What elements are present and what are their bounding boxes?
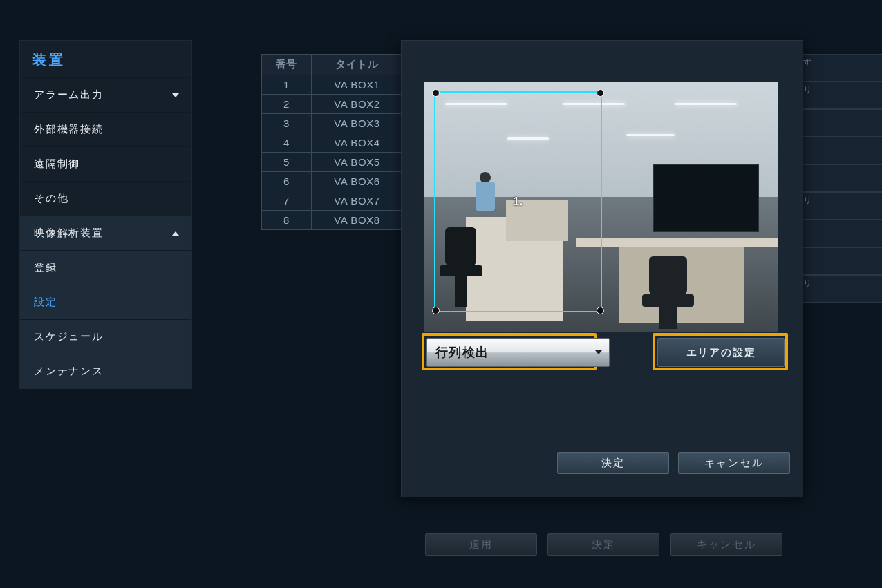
area-settings-button[interactable]: エリアの設定 <box>657 338 785 367</box>
sidebar-item-label: メンテナンス <box>34 365 104 377</box>
camera-preview[interactable]: 1. <box>424 82 778 332</box>
chevron-up-icon <box>172 231 179 236</box>
sidebar-title: 装置 <box>20 41 191 77</box>
detection-type-select[interactable]: 行列検出 <box>426 338 610 367</box>
sidebar-subitem-schedule[interactable]: スケジュール <box>20 319 191 354</box>
region-label: 1. <box>513 196 523 208</box>
sidebar-subitem-settings[interactable]: 設定 <box>20 285 191 319</box>
chevron-down-icon <box>595 350 602 354</box>
button-label: 適用 <box>469 538 493 551</box>
device-list-table: 番号 タイトル 1VA BOX1 2VA BOX2 3VA BOX3 4VA B… <box>261 54 403 230</box>
sidebar-subitem-register[interactable]: 登録 <box>20 250 191 285</box>
sidebar-item-alarm-output[interactable]: アラーム出力 <box>20 77 191 112</box>
dialog-ok-button[interactable]: 決定 <box>557 452 669 474</box>
table-row[interactable]: 5VA BOX5 <box>262 153 403 172</box>
sidebar-item-label: アラーム出力 <box>34 88 104 100</box>
table-row[interactable]: 7VA BOX7 <box>262 191 403 211</box>
sidebar-item-video-analysis[interactable]: 映像解析装置 <box>20 216 191 250</box>
resize-handle-tl[interactable] <box>432 89 440 97</box>
sidebar-item-external-device[interactable]: 外部機器接続 <box>20 112 191 146</box>
sidebar-item-label: 登録 <box>34 261 57 273</box>
table-row[interactable]: 8VA BOX8 <box>262 211 403 230</box>
chevron-down-icon <box>172 93 179 97</box>
global-cancel-button: キャンセル <box>670 533 782 556</box>
sidebar-item-label: 設定 <box>34 296 57 307</box>
button-label: キャンセル <box>704 457 764 470</box>
highlight-box: 行列検出 <box>422 333 597 370</box>
button-label: エリアの設定 <box>686 346 756 359</box>
detection-region[interactable]: 1. <box>434 91 602 312</box>
table-row[interactable]: 1VA BOX1 <box>262 75 403 95</box>
table-row[interactable]: 3VA BOX3 <box>262 114 403 133</box>
app-root: 装置 アラーム出力 外部機器接続 遠隔制御 その他 映像解析装置 登録 設定 ス… <box>0 0 882 588</box>
table-row[interactable]: 4VA BOX4 <box>262 133 403 153</box>
global-ok-button: 決定 <box>547 533 659 556</box>
sidebar-item-label: その他 <box>34 192 68 204</box>
sidebar-item-label: スケジュール <box>34 330 104 342</box>
sidebar: 装置 アラーム出力 外部機器接続 遠隔制御 その他 映像解析装置 登録 設定 ス… <box>19 40 192 389</box>
global-apply-button: 適用 <box>425 533 537 556</box>
col-header-title: タイトル <box>312 55 403 75</box>
select-value: 行列検出 <box>435 344 489 361</box>
sidebar-item-label: 外部機器接続 <box>34 123 104 135</box>
table-row[interactable]: 6VA BOX6 <box>262 172 403 191</box>
resize-handle-tr[interactable] <box>597 89 604 97</box>
resize-handle-br[interactable] <box>597 307 604 314</box>
col-header-fragment: す <box>799 54 882 82</box>
sidebar-item-remote-control[interactable]: 遠隔制御 <box>20 146 191 181</box>
dialog-cancel-button[interactable]: キャンセル <box>678 452 790 474</box>
table-row[interactable]: 2VA BOX2 <box>262 95 403 114</box>
resize-handle-bl[interactable] <box>432 307 440 314</box>
sidebar-item-label: 遠隔制御 <box>34 158 80 169</box>
button-label: 決定 <box>601 457 625 470</box>
cropped-right-column: す リ リ リ <box>798 54 882 254</box>
area-settings-dialog: 1. 行列検出 エリアの設定 決定 キャンセル <box>401 40 803 497</box>
sidebar-item-label: 映像解析装置 <box>34 227 104 238</box>
highlight-box: エリアの設定 <box>653 333 788 370</box>
sidebar-subitem-maintenance[interactable]: メンテナンス <box>20 354 191 388</box>
col-header-number: 番号 <box>262 55 312 75</box>
button-label: 決定 <box>592 538 615 551</box>
sidebar-item-other[interactable]: その他 <box>20 181 191 216</box>
button-label: キャンセル <box>697 538 756 551</box>
